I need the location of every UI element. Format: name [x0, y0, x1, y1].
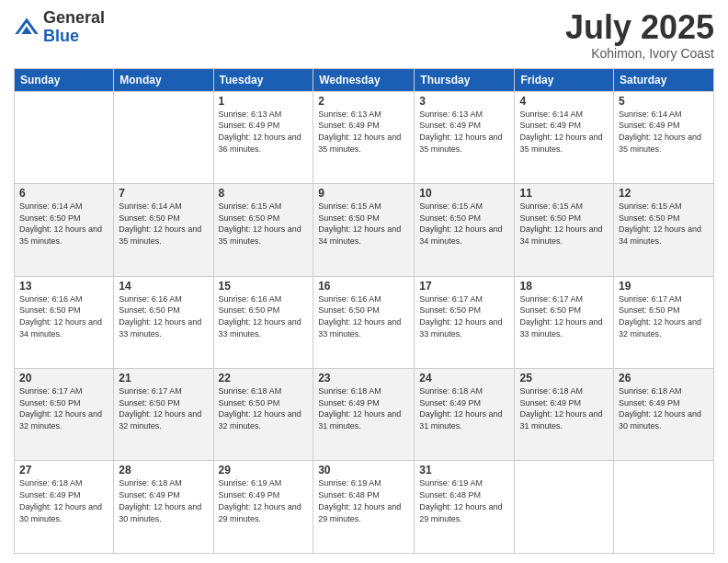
day-header-saturday: Saturday [614, 68, 714, 91]
cell-text: Sunrise: 6:15 AMSunset: 6:50 PMDaylight:… [219, 201, 301, 246]
day-number: 12 [619, 187, 709, 200]
day-header-monday: Monday [114, 68, 213, 91]
day-number: 4 [519, 95, 609, 108]
calendar-cell: 19Sunrise: 6:17 AMSunset: 6:50 PMDayligh… [614, 276, 714, 368]
day-number: 7 [119, 187, 208, 200]
calendar-cell: 22Sunrise: 6:18 AMSunset: 6:50 PMDayligh… [213, 369, 313, 461]
calendar-cell [614, 461, 714, 554]
calendar-cell: 7Sunrise: 6:14 AMSunset: 6:50 PMDaylight… [114, 184, 213, 276]
day-number: 2 [318, 95, 409, 108]
cell-text: Sunrise: 6:18 AMSunset: 6:49 PMDaylight:… [119, 478, 201, 523]
cell-text: Sunrise: 6:17 AMSunset: 6:50 PMDaylight:… [519, 294, 602, 339]
day-number: 3 [419, 95, 509, 108]
day-number: 18 [519, 280, 609, 293]
calendar-week-2: 6Sunrise: 6:14 AMSunset: 6:50 PMDaylight… [15, 184, 714, 276]
cell-text: Sunrise: 6:18 AMSunset: 6:49 PMDaylight:… [419, 386, 502, 431]
calendar-cell: 15Sunrise: 6:16 AMSunset: 6:50 PMDayligh… [213, 276, 313, 368]
day-number: 23 [318, 372, 409, 385]
calendar-cell: 17Sunrise: 6:17 AMSunset: 6:50 PMDayligh… [415, 276, 515, 368]
cell-text: Sunrise: 6:18 AMSunset: 6:49 PMDaylight:… [19, 478, 102, 523]
cell-text: Sunrise: 6:17 AMSunset: 6:50 PMDaylight:… [19, 386, 102, 431]
day-number: 21 [119, 372, 208, 385]
calendar-cell [114, 91, 213, 183]
calendar-cell: 9Sunrise: 6:15 AMSunset: 6:50 PMDaylight… [313, 184, 415, 276]
cell-text: Sunrise: 6:17 AMSunset: 6:50 PMDaylight:… [119, 386, 201, 431]
cell-text: Sunrise: 6:14 AMSunset: 6:49 PMDaylight:… [519, 109, 602, 154]
calendar-cell: 1Sunrise: 6:13 AMSunset: 6:49 PMDaylight… [213, 91, 313, 183]
day-header-friday: Friday [515, 68, 614, 91]
calendar-cell: 8Sunrise: 6:15 AMSunset: 6:50 PMDaylight… [213, 184, 313, 276]
cell-text: Sunrise: 6:16 AMSunset: 6:50 PMDaylight:… [318, 294, 401, 339]
day-number: 20 [19, 372, 108, 385]
cell-text: Sunrise: 6:15 AMSunset: 6:50 PMDaylight:… [318, 201, 401, 246]
month-title: July 2025 [565, 9, 714, 46]
calendar-cell: 2Sunrise: 6:13 AMSunset: 6:49 PMDaylight… [313, 91, 415, 183]
cell-text: Sunrise: 6:14 AMSunset: 6:50 PMDaylight:… [119, 201, 201, 246]
cell-text: Sunrise: 6:15 AMSunset: 6:50 PMDaylight:… [619, 201, 701, 246]
calendar-header-row: SundayMondayTuesdayWednesdayThursdayFrid… [15, 68, 714, 91]
day-number: 31 [419, 464, 509, 477]
calendar-cell: 16Sunrise: 6:16 AMSunset: 6:50 PMDayligh… [313, 276, 415, 368]
calendar-cell: 4Sunrise: 6:14 AMSunset: 6:49 PMDaylight… [515, 91, 614, 183]
logo-text: General Blue [43, 9, 105, 46]
day-number: 26 [619, 372, 709, 385]
day-header-wednesday: Wednesday [313, 68, 415, 91]
calendar-cell: 30Sunrise: 6:19 AMSunset: 6:48 PMDayligh… [313, 461, 415, 554]
day-number: 6 [19, 187, 108, 200]
cell-text: Sunrise: 6:13 AMSunset: 6:49 PMDaylight:… [318, 109, 401, 154]
logo: General Blue [14, 9, 105, 46]
day-number: 29 [219, 464, 309, 477]
logo-icon [14, 15, 40, 40]
cell-text: Sunrise: 6:17 AMSunset: 6:50 PMDaylight:… [419, 294, 502, 339]
calendar-week-3: 13Sunrise: 6:16 AMSunset: 6:50 PMDayligh… [15, 276, 714, 368]
calendar-cell: 10Sunrise: 6:15 AMSunset: 6:50 PMDayligh… [415, 184, 515, 276]
calendar-cell: 13Sunrise: 6:16 AMSunset: 6:50 PMDayligh… [15, 276, 114, 368]
cell-text: Sunrise: 6:14 AMSunset: 6:49 PMDaylight:… [619, 109, 701, 154]
calendar-cell: 3Sunrise: 6:13 AMSunset: 6:49 PMDaylight… [415, 91, 515, 183]
day-number: 5 [619, 95, 709, 108]
day-number: 16 [318, 280, 409, 293]
cell-text: Sunrise: 6:14 AMSunset: 6:50 PMDaylight:… [19, 201, 102, 246]
calendar-week-4: 20Sunrise: 6:17 AMSunset: 6:50 PMDayligh… [15, 369, 714, 461]
day-number: 14 [119, 280, 208, 293]
calendar-cell: 6Sunrise: 6:14 AMSunset: 6:50 PMDaylight… [15, 184, 114, 276]
cell-text: Sunrise: 6:16 AMSunset: 6:50 PMDaylight:… [219, 294, 301, 339]
day-number: 19 [619, 280, 709, 293]
cell-text: Sunrise: 6:15 AMSunset: 6:50 PMDaylight:… [419, 201, 502, 246]
day-number: 10 [419, 187, 509, 200]
calendar-cell: 11Sunrise: 6:15 AMSunset: 6:50 PMDayligh… [515, 184, 614, 276]
day-number: 15 [219, 280, 309, 293]
calendar-cell [515, 461, 614, 554]
calendar-cell [15, 91, 114, 183]
calendar-cell: 18Sunrise: 6:17 AMSunset: 6:50 PMDayligh… [515, 276, 614, 368]
day-number: 8 [219, 187, 309, 200]
cell-text: Sunrise: 6:18 AMSunset: 6:50 PMDaylight:… [219, 386, 301, 431]
day-header-tuesday: Tuesday [213, 68, 313, 91]
cell-text: Sunrise: 6:18 AMSunset: 6:49 PMDaylight:… [619, 386, 701, 431]
title-block: July 2025 Kohimon, Ivory Coast [565, 9, 714, 61]
calendar-week-1: 1Sunrise: 6:13 AMSunset: 6:49 PMDaylight… [15, 91, 714, 183]
day-number: 25 [519, 372, 609, 385]
day-number: 9 [318, 187, 409, 200]
day-number: 27 [19, 464, 108, 477]
cell-text: Sunrise: 6:13 AMSunset: 6:49 PMDaylight:… [419, 109, 502, 154]
calendar-cell: 14Sunrise: 6:16 AMSunset: 6:50 PMDayligh… [114, 276, 213, 368]
day-number: 22 [219, 372, 309, 385]
day-number: 28 [119, 464, 208, 477]
calendar-cell: 26Sunrise: 6:18 AMSunset: 6:49 PMDayligh… [614, 369, 714, 461]
cell-text: Sunrise: 6:16 AMSunset: 6:50 PMDaylight:… [19, 294, 102, 339]
cell-text: Sunrise: 6:18 AMSunset: 6:49 PMDaylight:… [318, 386, 401, 431]
cell-text: Sunrise: 6:15 AMSunset: 6:50 PMDaylight:… [519, 201, 602, 246]
cell-text: Sunrise: 6:16 AMSunset: 6:50 PMDaylight:… [119, 294, 201, 339]
day-header-thursday: Thursday [415, 68, 515, 91]
calendar-table: SundayMondayTuesdayWednesdayThursdayFrid… [14, 68, 714, 554]
day-number: 24 [419, 372, 509, 385]
cell-text: Sunrise: 6:17 AMSunset: 6:50 PMDaylight:… [619, 294, 701, 339]
day-number: 11 [519, 187, 609, 200]
logo-blue: Blue [43, 28, 105, 46]
logo-general: General [43, 9, 105, 28]
calendar-cell: 12Sunrise: 6:15 AMSunset: 6:50 PMDayligh… [614, 184, 714, 276]
subtitle: Kohimon, Ivory Coast [565, 46, 714, 61]
header: General Blue July 2025 Kohimon, Ivory Co… [14, 9, 714, 61]
calendar-cell: 24Sunrise: 6:18 AMSunset: 6:49 PMDayligh… [415, 369, 515, 461]
